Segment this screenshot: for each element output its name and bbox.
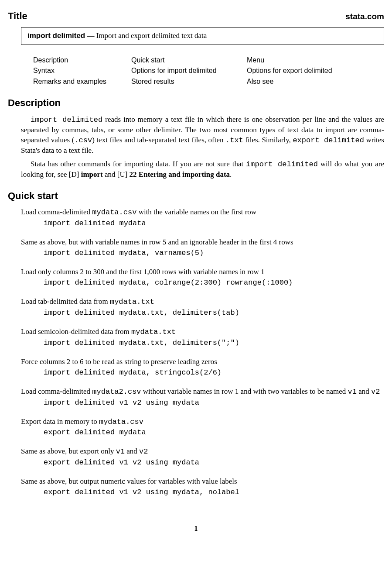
quickstart-code: export delimited mydata bbox=[44, 428, 384, 438]
toc-menu[interactable]: Menu bbox=[247, 55, 384, 65]
quickstart-item: Force columns 2 to 6 to be read as strin… bbox=[21, 357, 384, 378]
toc-options-export[interactable]: Options for export delimited bbox=[247, 66, 384, 76]
quickstart-desc: Same as above, but output numeric values… bbox=[21, 477, 384, 487]
quickstart-item: Load tab-delimited data from mydata.txti… bbox=[21, 297, 384, 318]
header-row: Title stata.com bbox=[8, 10, 384, 23]
quickstart-desc: Load comma-delimited mydata2.csv without… bbox=[21, 387, 384, 397]
quickstart-list: Load comma-delimited mydata.csv with the… bbox=[8, 207, 384, 498]
quickstart-desc: Export data in memory to mydata.csv bbox=[21, 417, 384, 427]
toc-description[interactable]: Description bbox=[33, 55, 131, 65]
quickstart-item: Same as above, but output numeric values… bbox=[21, 477, 384, 498]
toc-stored-results[interactable]: Stored results bbox=[131, 77, 247, 86]
quickstart-code: import delimited mydata, colrange(2:300)… bbox=[44, 278, 384, 288]
toc-options-import[interactable]: Options for import delimited bbox=[131, 66, 247, 76]
quickstart-desc: Same as above, but export only v1 and v2 bbox=[21, 447, 384, 457]
quickstart-code: export delimited v1 v2 using mydata bbox=[44, 458, 384, 468]
command-box: import delimited — Import and export del… bbox=[21, 27, 384, 45]
quickstart-code: import delimited mydata, varnames(5) bbox=[44, 248, 384, 258]
description-para-2: Stata has other commands for importing d… bbox=[21, 159, 384, 180]
quickstart-desc: Load only columns 2 to 300 and the first… bbox=[21, 267, 384, 277]
quickstart-desc: Same as above, but with variable names i… bbox=[21, 237, 384, 247]
quickstart-desc: Load semicolon-delimited data from mydat… bbox=[21, 327, 384, 337]
quickstart-code: export delimited v1 v2 using mydata, nol… bbox=[44, 488, 384, 498]
command-desc: Import and export delimited text data bbox=[96, 31, 207, 40]
quickstart-item: Load comma-delimited mydata2.csv without… bbox=[21, 387, 384, 408]
quickstart-code: import delimited mydata.txt, delimiters(… bbox=[44, 338, 384, 348]
site-link[interactable]: stata.com bbox=[345, 11, 384, 22]
quickstart-item: Load only columns 2 to 300 and the first… bbox=[21, 267, 384, 288]
section-quickstart-heading: Quick start bbox=[8, 189, 384, 203]
quickstart-desc: Force columns 2 to 6 to be read as strin… bbox=[21, 357, 384, 367]
section-description-heading: Description bbox=[8, 96, 384, 110]
toc-also-see[interactable]: Also see bbox=[247, 77, 384, 86]
command-name: import delimited bbox=[27, 31, 85, 40]
quickstart-item: Same as above, but with variable names i… bbox=[21, 237, 384, 258]
quickstart-item: Same as above, but export only v1 and v2… bbox=[21, 447, 384, 468]
quickstart-item: Load comma-delimited mydata.csv with the… bbox=[21, 207, 384, 229]
description-para-1: import delimited reads into memory a tex… bbox=[21, 115, 384, 156]
quickstart-item: Export data in memory to mydata.csvexpor… bbox=[21, 417, 384, 438]
command-sep: — bbox=[85, 31, 96, 40]
toc-remarks[interactable]: Remarks and examples bbox=[33, 77, 131, 86]
quickstart-desc: Load tab-delimited data from mydata.txt bbox=[21, 297, 384, 307]
page-number: 1 bbox=[8, 524, 384, 533]
cmd-import-delimited: import delimited bbox=[31, 116, 102, 124]
quickstart-code: import delimited mydata, stringcols(2/6) bbox=[44, 368, 384, 378]
quickstart-code: import delimited mydata bbox=[44, 219, 384, 229]
quickstart-item: Load semicolon-delimited data from mydat… bbox=[21, 327, 384, 348]
toc-syntax[interactable]: Syntax bbox=[33, 66, 131, 76]
page-title: Title bbox=[8, 10, 27, 23]
quickstart-desc: Load comma-delimited mydata.csv with the… bbox=[21, 207, 384, 218]
toc-quick-start[interactable]: Quick start bbox=[131, 55, 247, 65]
toc-grid: Description Quick start Menu Syntax Opti… bbox=[33, 55, 384, 86]
quickstart-code: import delimited v1 v2 using mydata bbox=[44, 398, 384, 408]
quickstart-code: import delimited mydata.txt, delimiters(… bbox=[44, 308, 384, 318]
